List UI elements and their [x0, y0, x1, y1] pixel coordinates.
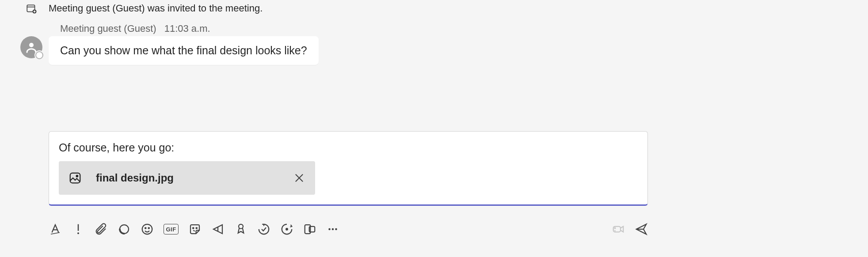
attachment-filename: final design.jpg — [96, 172, 293, 184]
praise-icon[interactable] — [234, 223, 247, 236]
format-icon[interactable] — [49, 223, 62, 236]
message-row: Meeting guest (Guest) 11:03 a.m. Can you… — [0, 17, 868, 65]
sticker-icon[interactable] — [188, 223, 202, 236]
more-icon[interactable] — [326, 223, 339, 236]
image-icon — [69, 171, 82, 185]
svg-point-12 — [286, 228, 288, 230]
calendar-add-icon — [26, 3, 37, 14]
message-timestamp: 11:03 a.m. — [164, 23, 210, 34]
svg-point-16 — [332, 228, 334, 231]
actions-icon[interactable] — [211, 223, 225, 236]
message-composer[interactable]: Of course, here you go: final design.jpg — [49, 131, 648, 206]
svg-point-8 — [148, 227, 150, 229]
svg-point-4 — [76, 175, 78, 177]
svg-rect-3 — [70, 173, 80, 183]
message-bubble[interactable]: Can you show me what the final design lo… — [49, 36, 319, 65]
avatar[interactable] — [20, 36, 42, 58]
approvals-icon[interactable] — [257, 223, 270, 236]
system-event-text: Meeting guest (Guest) was invited to the… — [49, 3, 263, 14]
system-event-row: Meeting guest (Guest) was invited to the… — [0, 0, 868, 17]
composer-text[interactable]: Of course, here you go: — [59, 141, 638, 161]
loop-icon[interactable] — [118, 223, 131, 236]
send-button[interactable] — [635, 223, 648, 236]
svg-point-7 — [145, 227, 146, 229]
svg-point-2 — [29, 43, 34, 47]
svg-point-19 — [615, 228, 616, 229]
emoji-icon[interactable] — [141, 223, 154, 236]
video-clip-icon[interactable] — [612, 223, 625, 236]
svg-rect-18 — [613, 227, 621, 232]
gif-button[interactable]: GIF — [164, 224, 179, 234]
attachment-chip[interactable]: final design.jpg — [59, 161, 315, 195]
attach-icon[interactable] — [95, 223, 108, 236]
svg-point-15 — [328, 228, 331, 231]
composer-toolbar: GIF — [49, 223, 648, 236]
remove-attachment-button[interactable] — [293, 172, 305, 184]
viva-icon[interactable] — [303, 223, 316, 236]
message-sender: Meeting guest (Guest) — [60, 23, 156, 34]
presence-indicator — [35, 51, 43, 59]
svg-point-9 — [193, 227, 194, 229]
svg-point-17 — [335, 228, 337, 231]
updates-icon[interactable] — [280, 223, 293, 236]
svg-point-10 — [196, 227, 198, 229]
priority-icon[interactable] — [72, 223, 85, 236]
message-text: Can you show me what the final design lo… — [60, 44, 307, 57]
svg-point-6 — [142, 224, 152, 234]
svg-point-11 — [239, 224, 243, 229]
